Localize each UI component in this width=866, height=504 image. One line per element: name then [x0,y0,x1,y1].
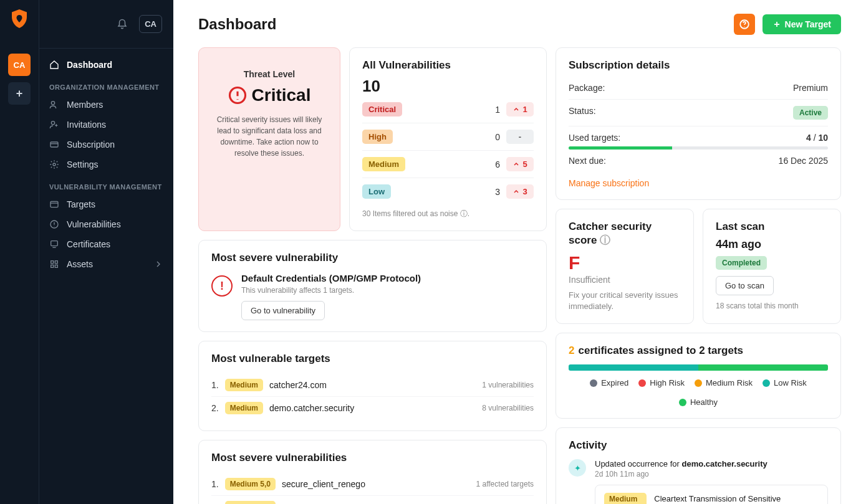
threat-level-card: Threat Level Critical Critical severity … [198,47,340,231]
sub-due-value: 16 Dec 2025 [779,156,828,166]
vuln-row[interactable]: Critical 1 1 [362,96,534,123]
sub-status-pill: Active [793,106,828,120]
sidebar-item-label: Assets [67,259,93,269]
activity-heading: Activity [569,439,828,452]
home-icon [49,60,59,70]
msv-title: Default Credentials (OMP/GMP Protocol) [241,273,421,283]
manage-subscription-link[interactable]: Manage subscription [569,178,828,188]
org-badge[interactable]: CA [8,54,31,76]
list-icon [49,199,59,209]
vuln-list-row[interactable]: 2. Medium 5,0 BEAST_CBC_TLS1 1 affected … [211,496,534,504]
last-scan-heading: Last scan [716,221,828,233]
users-icon [49,100,59,110]
cert-icon [49,239,59,249]
help-icon [739,19,750,30]
sidebar-item-label: Settings [67,159,99,169]
trend-badge: - [506,130,534,144]
sidebar-item-assets[interactable]: Assets [39,254,173,274]
last-scan-ago: 44m ago [716,238,828,251]
sidebar-item-subscription[interactable]: Subscription [39,135,173,155]
sidebar-item-targets[interactable]: Targets [39,194,173,214]
vuln-count: 1 [495,105,506,115]
new-target-label: New Target [785,19,831,29]
svg-rect-7 [51,261,54,264]
sidebar-item-label: Certificates [67,239,110,249]
target-row[interactable]: 1. Medium catcher24.com 1 vulnerabilitie… [211,374,534,397]
go-to-vuln-button[interactable]: Go to vulnerability [241,301,325,320]
sv-heading: Most severe vulnerabilities [211,452,534,464]
cert-title: 2certificates assigned to 2 targets [569,345,828,357]
plus-icon [772,20,781,29]
invite-icon [49,120,59,130]
svg-rect-10 [55,265,57,267]
msv-heading: Most severe vulnerability [211,252,534,264]
sidebar-item-label: Dashboard [67,60,112,70]
activity-detail: Medium 4,8 Cleartext Transmission of Sen… [595,485,828,504]
severity-pill: Medium 5,0 [225,478,276,490]
sidebar-item-members[interactable]: Members [39,95,173,115]
alert-circle-icon: ! [211,275,233,297]
score-fix: Fix your critical severity issues immedi… [569,290,681,312]
all-vulnerabilities-card: All Vulnerabilities 10 Critical 1 1 High… [349,47,547,231]
svg-rect-4 [51,201,58,207]
alert-circle-icon [228,86,247,105]
score-card: Catcher security score ⓘ F Insufficient … [556,209,694,324]
sub-package-label: Package: [569,83,605,93]
go-to-scan-button[interactable]: Go to scan [716,276,774,295]
sidebar-item-certificates[interactable]: Certificates [39,234,173,254]
last-scan-card: Last scan 44m ago Completed Go to scan 1… [703,209,841,324]
new-target-button[interactable]: New Target [763,14,841,34]
svg-point-1 [51,121,54,125]
add-org-button[interactable]: + [8,82,31,105]
severity-pill: Medium [362,157,405,171]
vuln-row[interactable]: High 0 - [362,123,534,151]
vuln-total: 10 [362,77,534,96]
score-sub: Insufficient [569,275,681,285]
most-severe-vuln-card: Most severe vulnerability ! Default Cred… [198,240,547,332]
card-icon [49,140,59,150]
sidebar-item-label: Subscription [67,140,115,150]
threat-level: Critical [252,85,311,105]
sidebar-item-invitations[interactable]: Invitations [39,115,173,135]
svg-point-3 [53,163,55,166]
target-row[interactable]: 2. Medium demo.catcher.security 8 vulner… [211,397,534,419]
alert-icon [49,219,59,229]
vuln-row[interactable]: Medium 6 5 [362,151,534,178]
trend-badge: 1 [506,102,534,116]
subscription-card: Subscription details Package: Premium St… [556,47,841,200]
threat-description: Critical severity issues will likely lea… [209,114,330,159]
user-menu[interactable]: CA [139,15,162,33]
vuln-title: All Vulnerabilities [362,59,534,72]
grid-icon [49,259,59,269]
sidebar-item-settings[interactable]: Settings [39,155,173,174]
activity-text: Updated occurrence for demo.catcher.secu… [595,459,828,468]
severity-pill: Critical [362,102,402,116]
vuln-count: 3 [495,187,506,197]
sidebar-item-dashboard[interactable]: Dashboard [39,55,173,75]
msv-sub: This vulnerability affects 1 targets. [241,286,421,295]
severity-pill: Medium 5,0 [225,501,276,504]
most-severe-vulns-card: Most severe vulnerabilities 1. Medium 5,… [198,440,547,504]
vuln-noise: 30 Items filtered out as noise ⓘ. [362,209,534,219]
trend-badge: 3 [506,184,534,199]
last-scan-meta: 18 scans total this month [716,302,828,310]
chevron-right-icon [153,259,163,269]
sub-targets-value: 4 / 10 [806,133,828,143]
help-button[interactable] [734,14,755,35]
certificates-card: 2certificates assigned to 2 targets Expi… [556,333,841,419]
svg-point-0 [51,102,54,105]
threat-title: Threat Level [209,69,330,79]
activity-ago: 2d 10h 11m ago [595,470,828,478]
score-heading: Catcher security score ⓘ [569,221,681,247]
vuln-row[interactable]: Low 3 3 [362,178,534,205]
vuln-list-row[interactable]: 1. Medium 5,0 secure_client_renego 1 aff… [211,473,534,496]
bell-icon[interactable] [117,19,128,30]
sub-due-label: Next due: [569,156,606,166]
sidebar-item-vulnerabilities[interactable]: Vulnerabilities [39,214,173,234]
svg-rect-9 [51,265,54,267]
app-logo-icon [8,7,31,30]
svg-rect-6 [51,241,58,246]
severity-pill: Medium [225,402,263,414]
sidebar-heading: VULNERABILITY MANAGEMENT [39,174,173,194]
sidebar-item-label: Members [67,100,103,110]
